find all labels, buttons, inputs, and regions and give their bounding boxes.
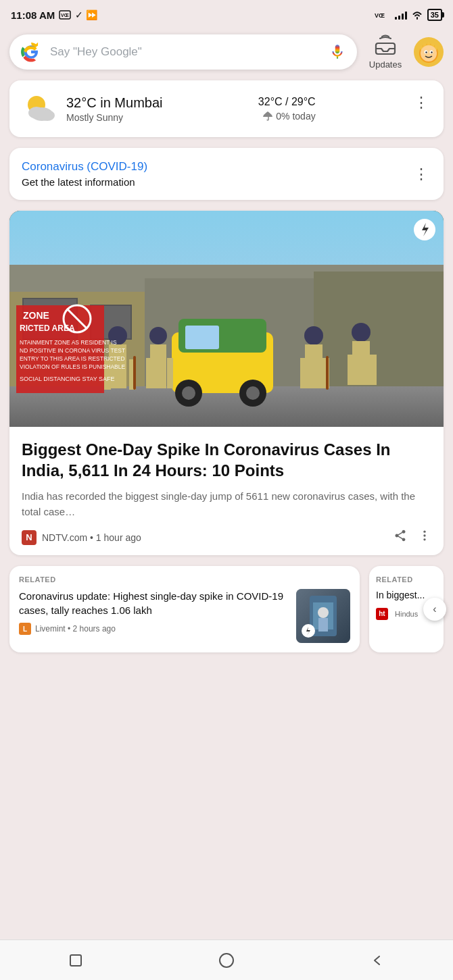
back-icon bbox=[370, 953, 385, 968]
mic-icon[interactable] bbox=[329, 43, 346, 61]
recent-apps-button[interactable] bbox=[61, 946, 91, 975]
search-section: Say "Hey Google" bbox=[0, 27, 453, 80]
lightning-icon bbox=[419, 223, 430, 236]
related-card-1[interactable]: RELATED Coronavirus update: Highest sing… bbox=[9, 566, 360, 652]
weather-temp-range: 32°C / 29°C bbox=[258, 96, 316, 108]
share-button[interactable] bbox=[394, 529, 407, 546]
weather-condition: Mostly Sunny bbox=[66, 112, 163, 123]
related-content-1: Coronavirus update: Highest single-day s… bbox=[19, 589, 350, 643]
news-source-text: NDTV.com • 1 hour ago bbox=[42, 532, 141, 543]
main-news-card[interactable]: ZONE RICTED AREA NTAINMENT ZONE AS RESID… bbox=[9, 211, 444, 555]
svg-rect-41 bbox=[146, 358, 152, 388]
related-source-1: L Livemint • 2 hours ago bbox=[19, 623, 289, 635]
google-logo bbox=[20, 41, 42, 63]
ht-icon: ht bbox=[376, 608, 388, 620]
svg-point-62 bbox=[423, 531, 425, 533]
avatar-icon bbox=[415, 38, 442, 66]
covid-title: Coronavirus (COVID-19) bbox=[22, 160, 147, 174]
svg-text:ZONE: ZONE bbox=[23, 310, 49, 321]
svg-rect-45 bbox=[300, 358, 307, 388]
weather-right: 32°C / 29°C 0% today bbox=[258, 96, 316, 122]
svg-rect-23 bbox=[314, 272, 444, 400]
flash-badge bbox=[414, 219, 435, 240]
volte-icon: VŒ bbox=[375, 10, 391, 20]
svg-point-48 bbox=[352, 323, 371, 342]
related-source-name-1: Livemint • 2 hours ago bbox=[35, 624, 116, 634]
back-button[interactable] bbox=[362, 946, 392, 975]
scroll-right-button[interactable]: ‹ bbox=[423, 598, 446, 621]
svg-point-64 bbox=[423, 539, 425, 541]
home-button[interactable] bbox=[212, 946, 241, 975]
status-right: VŒ 35 bbox=[375, 9, 442, 21]
more-options-button[interactable] bbox=[418, 529, 431, 546]
svg-text:NTAINMENT ZONE AS RESIDENT IS: NTAINMENT ZONE AS RESIDENT IS bbox=[20, 339, 117, 346]
svg-text:ND POSITIVE IN CORONA VIRUS TE: ND POSITIVE IN CORONA VIRUS TEST bbox=[20, 347, 125, 354]
search-bar[interactable]: Say "Hey Google" bbox=[9, 34, 357, 70]
svg-point-33 bbox=[246, 386, 260, 400]
covid-info: Coronavirus (COVID-19) Get the latest in… bbox=[22, 160, 147, 188]
news-body: Biggest One-Day Spike In Coronavirus Cas… bbox=[9, 427, 444, 555]
recent-apps-icon bbox=[68, 953, 83, 968]
weather-temp: 32°C in Mumbai bbox=[66, 95, 163, 111]
updates-icon-wrap bbox=[373, 34, 398, 58]
svg-rect-44 bbox=[305, 344, 323, 388]
svg-rect-47 bbox=[326, 356, 329, 390]
updates-tray-icon bbox=[373, 34, 398, 58]
svg-rect-40 bbox=[150, 344, 166, 388]
updates-button[interactable]: Updates bbox=[365, 34, 406, 70]
signal-bars bbox=[395, 10, 407, 20]
news-actions bbox=[394, 529, 431, 546]
svg-rect-51 bbox=[370, 355, 377, 385]
wifi-icon bbox=[411, 10, 423, 20]
home-icon bbox=[218, 952, 235, 969]
news-title: Biggest One-Day Spike In Coronavirus Cas… bbox=[22, 439, 431, 481]
news-image: ZONE RICTED AREA NTAINMENT ZONE AS RESID… bbox=[9, 211, 444, 427]
svg-text:VŒ: VŒ bbox=[375, 12, 385, 19]
battery-icon: 35 bbox=[427, 9, 442, 21]
svg-point-68 bbox=[318, 607, 329, 618]
related-text-1: Coronavirus update: Highest single-day s… bbox=[19, 589, 289, 635]
status-bar: 11:08 AM VŒ ✓ ⏩ VŒ bbox=[0, 0, 453, 27]
covid-subtitle: Get the latest information bbox=[22, 176, 147, 188]
news-meta: N NDTV.com • 1 hour ago bbox=[22, 529, 431, 546]
svg-rect-69 bbox=[318, 618, 328, 631]
news-description: India has recorded the biggest single-da… bbox=[22, 489, 431, 519]
status-time: 11:08 AM bbox=[11, 9, 55, 21]
svg-point-13 bbox=[425, 51, 427, 53]
related-source-name-2: Hindus bbox=[395, 610, 418, 618]
svg-point-63 bbox=[423, 535, 425, 537]
svg-point-72 bbox=[220, 954, 233, 967]
updates-label: Updates bbox=[369, 59, 402, 70]
svg-point-31 bbox=[182, 386, 195, 400]
forward-icon: ⏩ bbox=[86, 9, 97, 20]
weather-more-button[interactable]: ⋮ bbox=[411, 94, 431, 111]
related-image-1 bbox=[296, 589, 350, 643]
svg-rect-38 bbox=[133, 356, 136, 390]
weather-card-inner: 32°C in Mumbai Mostly Sunny 32°C / 29°C … bbox=[9, 80, 444, 137]
svg-rect-71 bbox=[70, 955, 81, 966]
covid-more-button[interactable]: ⋮ bbox=[411, 165, 431, 183]
related-label-2: RELATED bbox=[376, 575, 437, 584]
related-row: RELATED Coronavirus update: Highest sing… bbox=[9, 566, 444, 652]
svg-text:ENTRY TO THIS AREA IS RESTRICT: ENTRY TO THIS AREA IS RESTRICTED bbox=[20, 355, 125, 362]
covid-card-inner: Coronavirus (COVID-19) Get the latest in… bbox=[9, 148, 444, 200]
weather-left: 32°C in Mumbai Mostly Sunny bbox=[22, 91, 163, 126]
svg-point-39 bbox=[149, 327, 167, 344]
svg-rect-50 bbox=[348, 355, 354, 385]
svg-point-10 bbox=[421, 45, 437, 61]
sim-icon: VŒ bbox=[59, 10, 72, 20]
check-icon: ✓ bbox=[75, 9, 83, 20]
search-placeholder: Say "Hey Google" bbox=[50, 45, 320, 59]
avatar-button[interactable] bbox=[414, 37, 444, 67]
svg-rect-42 bbox=[167, 358, 173, 388]
svg-text:SOCIAL DISTANCING STAY SAFE: SOCIAL DISTANCING STAY SAFE bbox=[20, 376, 115, 382]
svg-rect-49 bbox=[352, 341, 370, 385]
weather-info: 32°C in Mumbai Mostly Sunny bbox=[66, 95, 163, 123]
status-left: 11:08 AM VŒ ✓ ⏩ bbox=[11, 9, 97, 21]
svg-point-43 bbox=[304, 326, 323, 345]
svg-point-14 bbox=[431, 51, 432, 53]
covid-card[interactable]: Coronavirus (COVID-19) Get the latest in… bbox=[9, 148, 444, 200]
livemint-icon: L bbox=[19, 623, 31, 635]
bottom-nav bbox=[0, 939, 453, 980]
news-image-bg: ZONE RICTED AREA NTAINMENT ZONE AS RESID… bbox=[9, 211, 444, 427]
